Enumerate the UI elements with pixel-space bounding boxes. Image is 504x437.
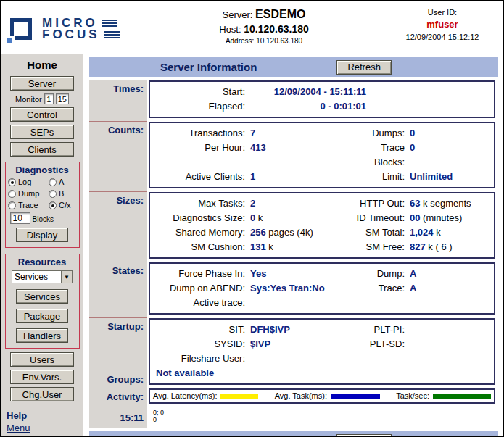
logo-stripes-icon: [102, 20, 117, 28]
field-unit: k ( 6 ): [428, 241, 452, 252]
field-label: [352, 351, 410, 366]
counts-row: Transactions:7 Dumps:0 Per Hour:413 Trac…: [147, 122, 498, 192]
server-information-header-bar: Server Information Refresh: [89, 57, 498, 77]
task-bar: [331, 394, 380, 399]
field-label: Dump:: [352, 267, 410, 281]
startup-row: SIT:DFH$IVP PLT-PI: SYSID:$IVP PLT-SD: F…: [147, 318, 498, 388]
handlers-button[interactable]: Handlers: [16, 328, 68, 343]
field-label: Per Hour:: [156, 141, 250, 170]
field-value: 12/09/2004 - 15:11:11: [250, 85, 366, 99]
refresh-button-top[interactable]: Refresh: [336, 60, 392, 75]
clients-button[interactable]: Clients: [10, 142, 74, 157]
field-value: A: [410, 268, 416, 279]
field-value: Yes: [250, 268, 266, 279]
monitor-refresh-box[interactable]: 15: [56, 93, 69, 104]
field-label: Trace Blocks:: [352, 141, 410, 170]
display-button[interactable]: Display: [16, 228, 68, 242]
times-box: Start:12/09/2004 - 15:11:11 Elapsed:0 - …: [149, 80, 495, 118]
server-button[interactable]: Server: [10, 76, 74, 91]
refresh-button-bottom[interactable]: Refresh: [336, 434, 392, 437]
users-button[interactable]: Users: [10, 352, 74, 367]
resources-select-value: Services: [12, 271, 61, 283]
field-label: SM Total:: [352, 225, 410, 240]
radio-b[interactable]: [49, 190, 57, 198]
page-header: MICRO FOCUS Server: ESDEMO Host: 10.120.…: [1, 1, 503, 54]
microfocus-logo-text: MICRO FOCUS: [42, 17, 120, 41]
envvars-button[interactable]: Env.Vars.: [10, 370, 74, 384]
chguser-button[interactable]: Chg.User: [10, 387, 74, 401]
field-value: 1: [250, 171, 255, 182]
field-label: SYSID:: [156, 337, 250, 351]
radio-log[interactable]: [8, 178, 16, 186]
page-title: Server Information: [160, 61, 257, 73]
field-value: 1,024: [410, 227, 434, 238]
main-content: Server Information Refresh Times: Start:…: [83, 54, 503, 436]
field-value: $IVP: [250, 338, 270, 349]
startup-box: SIT:DFH$IVP PLT-PI: SYSID:$IVP PLT-SD: F…: [149, 318, 495, 385]
radio-dump[interactable]: [8, 190, 16, 198]
radio-cx-label: C/x: [59, 201, 71, 209]
sizes-row: Max Tasks:2 HTTP Out:63 k segments Diagn…: [147, 192, 498, 262]
field-value: 0: [250, 212, 255, 223]
field-label: Dumps:: [352, 126, 410, 141]
address-value: 10.120.63.180: [256, 37, 302, 45]
logo-stripes-icon: [104, 31, 120, 39]
chevron-down-icon[interactable]: ▼: [61, 271, 72, 283]
seps-button[interactable]: SEPs: [10, 125, 74, 139]
package-button[interactable]: Package: [16, 309, 68, 323]
field-label: Shared Memory:: [156, 225, 250, 240]
latency-bar: [220, 394, 258, 399]
field-label: [352, 296, 410, 310]
blocks-row: 10 Blocks: [6, 212, 54, 224]
tasksec-bar: [433, 394, 491, 399]
activity-time-label: 15:11: [89, 407, 147, 428]
times-row: Start:12/09/2004 - 15:11:11 Elapsed:0 - …: [147, 80, 498, 122]
radio-a[interactable]: [49, 178, 57, 186]
field-value: DFH$IVP: [250, 324, 290, 335]
field-value: 0: [410, 128, 415, 138]
services-button[interactable]: Services: [16, 289, 68, 304]
userid-label: User ID:: [388, 8, 497, 17]
diagnostics-radio-group: Log A Dump B Trace C/x: [8, 178, 76, 209]
control-button[interactable]: Control: [10, 107, 74, 122]
blocks-label: Blocks: [33, 215, 54, 224]
field-label: Start:: [156, 85, 250, 99]
field-value: 827: [410, 241, 426, 252]
reading-line: 0: [153, 416, 491, 423]
blocks-input[interactable]: 10: [10, 212, 30, 224]
field-value: 0: [410, 142, 415, 153]
menu-link[interactable]: Menu: [7, 423, 30, 433]
field-value: A: [410, 283, 416, 294]
radio-trace[interactable]: [8, 201, 16, 209]
resources-panel: Resources Services ▼ Services Package Ha…: [5, 254, 80, 349]
radio-b-label: B: [59, 189, 64, 198]
radio-cx[interactable]: [49, 201, 57, 209]
activity-row: Avg. Latency(ms): Avg. Task(ms): Task/se…: [147, 388, 498, 407]
groups-label: Groups:: [107, 374, 144, 388]
header-timestamp: 12/09/2004 15:12:12: [388, 33, 497, 41]
monitor-interval-box[interactable]: 1: [44, 93, 54, 104]
sizes-box: Max Tasks:2 HTTP Out:63 k segments Diagn…: [149, 192, 495, 259]
latency-label: Avg. Latency(ms):: [153, 391, 217, 401]
field-label: Active trace:: [156, 296, 250, 310]
field-unit: k segments: [423, 198, 471, 209]
field-label: Dump on ABEND:: [156, 281, 250, 296]
field-label: Trace:: [352, 281, 410, 296]
field-unit: k: [268, 241, 273, 252]
user-info: User ID: mfuser 12/09/2004 15:12:12: [388, 6, 497, 52]
diagnostics-panel: Diagnostics Log A Dump B Trace C/x 10 Bl…: [5, 162, 80, 248]
startup-row-label: Startup: Groups:: [89, 318, 147, 388]
field-label: Limit:: [352, 170, 410, 184]
field-value: 0 - 0:01:01: [250, 99, 366, 114]
startup-label: Startup:: [107, 321, 144, 332]
home-link[interactable]: Home: [27, 59, 57, 71]
field-label: Active Clients:: [156, 170, 250, 184]
logo-word-focus: FOCUS: [42, 29, 100, 41]
resources-select[interactable]: Services ▼: [12, 270, 73, 283]
monitor-row: Monitor 1 15: [15, 93, 69, 104]
field-label: Transactions:: [156, 126, 250, 141]
field-label: HTTP Out:: [352, 196, 410, 211]
field-value: 131: [250, 241, 266, 252]
field-label: Force Phase In:: [156, 267, 250, 281]
activity-row-label: Activity:: [89, 388, 147, 407]
